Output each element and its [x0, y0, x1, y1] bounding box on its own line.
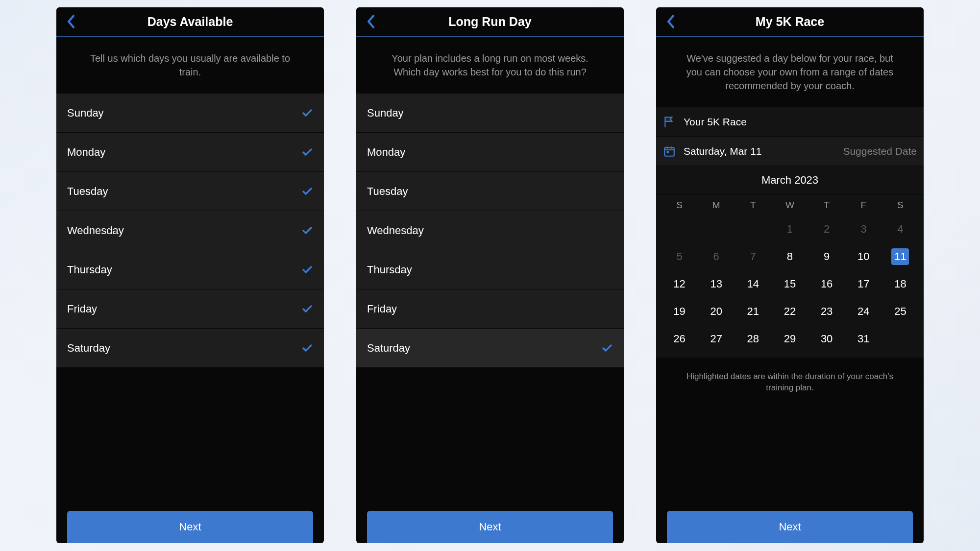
- day-label: Thursday: [367, 264, 412, 276]
- weekday-head: S: [882, 196, 919, 216]
- day-label: Wednesday: [367, 224, 424, 237]
- back-button[interactable]: [665, 13, 677, 30]
- svg-rect-1: [667, 150, 669, 152]
- header: My 5K Race: [656, 7, 924, 37]
- calendar-day[interactable]: 3: [845, 216, 882, 243]
- check-icon: [301, 107, 313, 119]
- day-label: Tuesday: [367, 185, 408, 198]
- day-row[interactable]: Wednesday: [356, 211, 624, 250]
- calendar-footer-note: Highlighted dates are within the duratio…: [656, 358, 924, 407]
- screen-days-available: Days Available Tell us which days you us…: [56, 7, 324, 543]
- chevron-left-icon: [66, 14, 76, 29]
- calendar-day[interactable]: 9: [808, 243, 845, 270]
- calendar-day[interactable]: 5: [661, 243, 698, 270]
- day-label: Tuesday: [67, 185, 108, 198]
- check-icon: [301, 303, 313, 315]
- back-button[interactable]: [365, 13, 377, 30]
- check-icon: [301, 146, 313, 158]
- calendar-day[interactable]: 27: [698, 325, 735, 353]
- calendar-day: [735, 216, 771, 243]
- date-label: Saturday, Mar 11: [684, 145, 762, 157]
- calendar-day[interactable]: 20: [698, 298, 735, 325]
- day-row[interactable]: Monday: [56, 133, 324, 172]
- calendar-day: [661, 216, 698, 243]
- day-row[interactable]: Friday: [356, 289, 624, 329]
- header: Long Run Day: [356, 7, 624, 37]
- day-label: Saturday: [67, 342, 110, 355]
- day-row[interactable]: Monday: [356, 133, 624, 172]
- next-button[interactable]: Next: [67, 511, 313, 543]
- day-row[interactable]: Saturday: [56, 329, 324, 368]
- chevron-left-icon: [366, 14, 376, 29]
- calendar-day[interactable]: 11: [882, 243, 919, 270]
- page-title: Long Run Day: [356, 15, 624, 29]
- day-row[interactable]: Sunday: [356, 94, 624, 133]
- race-row[interactable]: Your 5K Race: [656, 107, 924, 137]
- calendar-day[interactable]: 18: [882, 270, 919, 298]
- day-label: Monday: [67, 146, 105, 159]
- page-subtitle: We've suggested a day below for your rac…: [656, 37, 924, 107]
- calendar-day[interactable]: 1: [771, 216, 808, 243]
- calendar-day[interactable]: 31: [845, 325, 882, 353]
- days-list: SundayMondayTuesdayWednesdayThursdayFrid…: [56, 94, 324, 368]
- day-label: Friday: [67, 303, 97, 315]
- screen-long-run-day: Long Run Day Your plan includes a long r…: [356, 7, 624, 543]
- calendar-day[interactable]: 19: [661, 298, 698, 325]
- calendar-day[interactable]: 15: [771, 270, 808, 298]
- check-icon: [601, 342, 613, 354]
- weekday-head: W: [771, 196, 808, 216]
- calendar-day[interactable]: 6: [698, 243, 735, 270]
- day-row[interactable]: Sunday: [56, 94, 324, 133]
- weekday-head: M: [698, 196, 735, 216]
- day-row[interactable]: Wednesday: [56, 211, 324, 250]
- calendar-day[interactable]: 21: [735, 298, 771, 325]
- next-button[interactable]: Next: [667, 511, 913, 543]
- weekday-head: T: [808, 196, 845, 216]
- check-icon: [301, 186, 313, 197]
- weekday-head: S: [661, 196, 698, 216]
- calendar-day[interactable]: 28: [735, 325, 771, 353]
- day-row[interactable]: Thursday: [56, 250, 324, 289]
- calendar-day: [882, 325, 919, 353]
- calendar-month: March 2023: [656, 166, 924, 195]
- day-row[interactable]: Saturday: [356, 329, 624, 368]
- day-label: Sunday: [67, 107, 104, 120]
- calendar-day[interactable]: 13: [698, 270, 735, 298]
- calendar-day[interactable]: 14: [735, 270, 771, 298]
- day-row[interactable]: Thursday: [356, 250, 624, 289]
- day-row[interactable]: Tuesday: [56, 172, 324, 211]
- calendar-day[interactable]: 2: [808, 216, 845, 243]
- calendar-day[interactable]: 8: [771, 243, 808, 270]
- calendar-day[interactable]: 16: [808, 270, 845, 298]
- day-label: Monday: [367, 146, 405, 159]
- calendar-day[interactable]: 22: [771, 298, 808, 325]
- check-icon: [301, 264, 313, 276]
- day-row[interactable]: Friday: [56, 289, 324, 329]
- calendar-day[interactable]: 12: [661, 270, 698, 298]
- weekday-head: T: [735, 196, 771, 216]
- calendar-day[interactable]: 29: [771, 325, 808, 353]
- back-button[interactable]: [65, 13, 77, 30]
- day-label: Wednesday: [67, 224, 124, 237]
- calendar-day[interactable]: 7: [735, 243, 771, 270]
- day-label: Sunday: [367, 107, 404, 120]
- next-button[interactable]: Next: [367, 511, 613, 543]
- calendar-day[interactable]: 24: [845, 298, 882, 325]
- calendar-day[interactable]: 23: [808, 298, 845, 325]
- calendar-day[interactable]: 10: [845, 243, 882, 270]
- date-row[interactable]: Saturday, Mar 11 Suggested Date: [656, 137, 924, 166]
- calendar-grid: SMTWTFS 12345678910111213141516171819202…: [656, 195, 924, 358]
- days-list: SundayMondayTuesdayWednesdayThursdayFrid…: [356, 94, 624, 368]
- day-label: Saturday: [367, 342, 410, 355]
- calendar-day[interactable]: 26: [661, 325, 698, 353]
- footer: Next: [656, 511, 924, 543]
- svg-rect-0: [664, 147, 674, 156]
- footer: Next: [356, 511, 624, 543]
- check-icon: [301, 342, 313, 354]
- day-row[interactable]: Tuesday: [356, 172, 624, 211]
- header: Days Available: [56, 7, 324, 37]
- calendar-day[interactable]: 17: [845, 270, 882, 298]
- calendar-day[interactable]: 30: [808, 325, 845, 353]
- calendar-day[interactable]: 25: [882, 298, 919, 325]
- calendar-day[interactable]: 4: [882, 216, 919, 243]
